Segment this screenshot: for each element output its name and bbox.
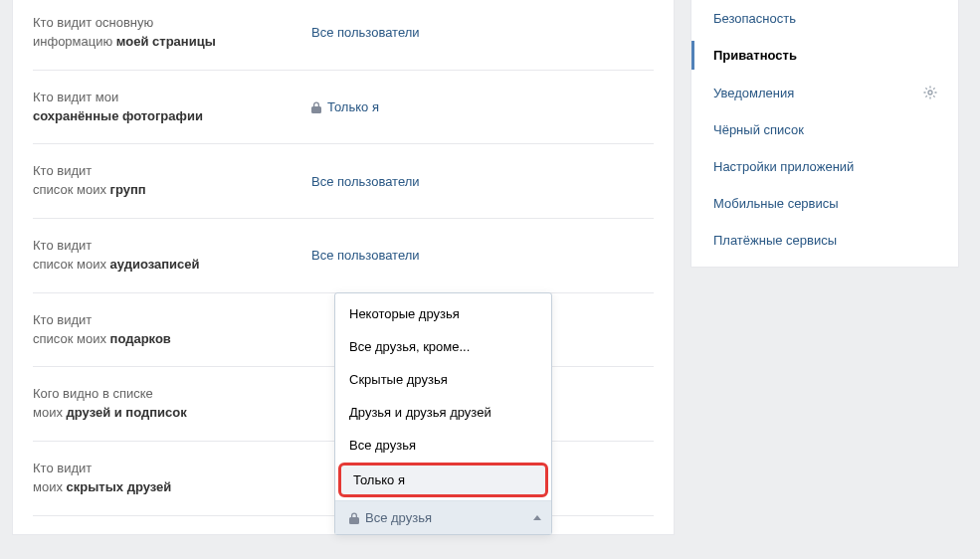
- svg-point-0: [928, 91, 932, 94]
- dropdown-option-all-friends[interactable]: Все друзья: [335, 429, 551, 462]
- setting-label: Кто видит моих скрытых друзей: [33, 460, 311, 497]
- sidebar-item-mobile[interactable]: Мобильные сервисы: [691, 185, 958, 222]
- chevron-up-icon: [533, 515, 541, 520]
- setting-label: Кого видно в списке моих друзей и подпис…: [33, 385, 311, 423]
- sidebar-item-label: Чёрный список: [713, 122, 804, 137]
- lock-icon: [311, 101, 321, 113]
- sidebar-item-security[interactable]: Безопасность: [691, 0, 958, 37]
- settings-sidebar: Безопасность Приватность Уведомления Чёр…: [690, 0, 959, 268]
- sidebar-item-blacklist[interactable]: Чёрный список: [691, 111, 958, 148]
- sidebar-item-notifications[interactable]: Уведомления: [691, 74, 958, 111]
- sidebar-item-label: Настройки приложений: [713, 159, 854, 174]
- sidebar-item-label: Мобильные сервисы: [713, 196, 839, 211]
- sidebar-item-label: Платёжные сервисы: [713, 233, 837, 248]
- dropdown-selected-label: Все друзья: [365, 510, 432, 525]
- sidebar-item-privacy[interactable]: Приватность: [691, 37, 958, 74]
- setting-row-audio: Кто видит список моих аудиозаписей Все п…: [33, 219, 654, 293]
- lock-icon: [349, 512, 359, 524]
- setting-value[interactable]: Только я: [311, 89, 654, 126]
- dropdown-selected[interactable]: Все друзья: [335, 500, 551, 534]
- sidebar-item-payments[interactable]: Платёжные сервисы: [691, 222, 958, 259]
- dropdown-option-all-friends-except[interactable]: Все друзья, кроме...: [335, 330, 551, 363]
- setting-row-basic-info: Кто видит основную информацию моей стран…: [33, 0, 654, 71]
- sidebar-item-app-settings[interactable]: Настройки приложений: [691, 148, 958, 185]
- setting-value[interactable]: Все пользователи: [311, 14, 654, 52]
- setting-row-groups: Кто видит список моих групп Все пользова…: [33, 144, 654, 219]
- setting-label: Кто видит основную информацию моей стран…: [33, 14, 311, 52]
- sidebar-item-label: Уведомления: [713, 86, 794, 100]
- dropdown-option-hidden-friends[interactable]: Скрытые друзья: [335, 363, 551, 396]
- dropdown-option-some-friends[interactable]: Некоторые друзья: [335, 297, 551, 330]
- gear-icon[interactable]: [922, 85, 938, 100]
- dropdown-option-only-me[interactable]: Только я: [339, 464, 547, 496]
- privacy-dropdown: Некоторые друзья Все друзья, кроме... Ск…: [334, 292, 552, 535]
- setting-label: Кто видит список моих подарков: [33, 311, 311, 349]
- setting-label: Кто видит список моих аудиозаписей: [33, 237, 311, 275]
- setting-value[interactable]: Все пользователи: [311, 237, 654, 275]
- setting-value[interactable]: Все пользователи: [311, 162, 654, 200]
- setting-row-saved-photos: Кто видит мои сохранённые фотографии Тол…: [33, 71, 654, 145]
- setting-label: Кто видит список моих групп: [33, 162, 311, 200]
- setting-label: Кто видит мои сохранённые фотографии: [33, 89, 311, 126]
- sidebar-item-label: Безопасность: [713, 11, 796, 26]
- dropdown-option-friends-of-friends[interactable]: Друзья и друзья друзей: [335, 396, 551, 429]
- sidebar-item-label: Приватность: [713, 48, 797, 63]
